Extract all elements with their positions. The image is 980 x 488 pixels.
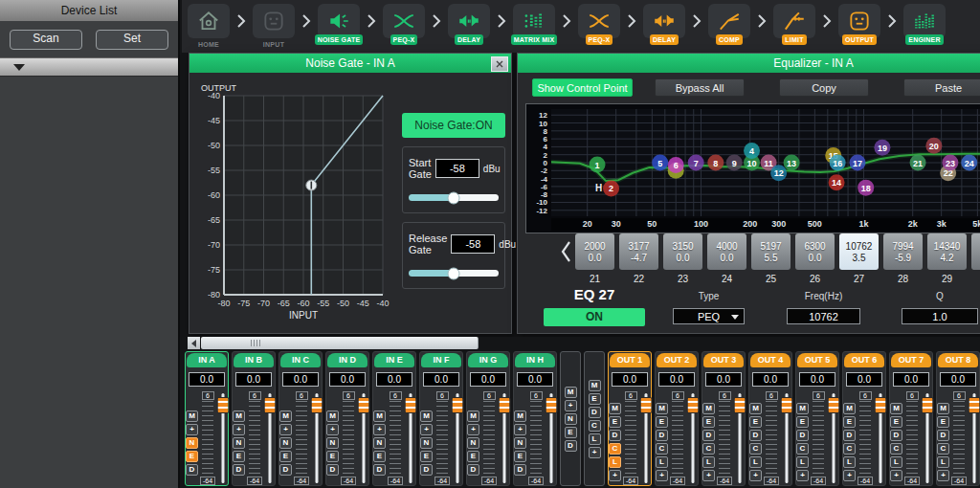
strip-button-e[interactable]: E (749, 416, 762, 428)
strip-button-d[interactable]: D (514, 464, 526, 476)
strip-button-m[interactable]: M (609, 403, 621, 414)
strip-button-m[interactable]: M (890, 403, 902, 414)
strip-button-l[interactable]: L (702, 456, 715, 468)
channel-strip-in-h[interactable]: IN H0.0M+NED6-64 (513, 351, 557, 486)
strip-button-m[interactable]: M (467, 410, 479, 422)
strip-button-c[interactable]: C (702, 443, 715, 455)
strip-button-n[interactable]: N (326, 437, 339, 449)
channel-gain-value[interactable]: 0.0 (470, 372, 506, 387)
strip-button-n[interactable]: N (233, 437, 245, 449)
strip-button-+[interactable]: + (749, 470, 762, 481)
fader-handle[interactable] (498, 397, 510, 413)
channel-strip-in-a[interactable]: IN A0.0M+NED6-64 (185, 351, 229, 486)
fader-handle[interactable] (968, 397, 980, 413)
channel-label[interactable]: IN A (187, 353, 227, 367)
channel-strip-in-g[interactable]: IN G0.0M+NED6-64 (466, 351, 510, 486)
strip-button-m[interactable]: M (589, 380, 601, 391)
strip-button-c[interactable]: C (609, 443, 621, 455)
strip-button-e[interactable]: E (609, 416, 621, 428)
strip-button-+[interactable]: + (609, 470, 621, 481)
strip-button-d[interactable]: D (467, 464, 479, 476)
fader-handle[interactable] (639, 397, 652, 413)
fader-handle[interactable] (451, 397, 463, 413)
eq-point-5[interactable]: 5 (652, 155, 668, 171)
channel-strip-out-7[interactable]: OUT 70.0MEDCL+6-64 (889, 351, 933, 486)
strip-button-e[interactable]: E (796, 416, 809, 428)
eq-point-18[interactable]: 18 (858, 180, 874, 196)
eq-point-20[interactable]: 20 (925, 138, 942, 154)
fader-handle[interactable] (263, 397, 276, 413)
strip-button-m[interactable]: M (420, 410, 433, 422)
channel-strip-out-4[interactable]: OUT 40.0MEDCL+6-64 (748, 351, 792, 486)
strip-button-+[interactable]: + (373, 424, 386, 435)
strip-button-m[interactable]: M (937, 403, 949, 414)
channel-gain-value[interactable]: 0.0 (329, 372, 366, 387)
eq-point-9[interactable]: 9 (726, 155, 743, 171)
toolbar-item-limit[interactable]: LIMIT (771, 4, 817, 45)
fader-handle[interactable] (733, 397, 746, 413)
strip-button-e[interactable]: E (937, 416, 949, 428)
strip-button-e[interactable]: E (843, 416, 856, 428)
eq-point-24[interactable]: 24 (961, 155, 977, 171)
channel-label[interactable]: IN H (515, 353, 555, 367)
eq-band-cell-24[interactable]: 40000.0 (707, 233, 746, 270)
fader-handle[interactable] (216, 397, 229, 413)
eq-band-cell-22[interactable]: 3177-4.7 (619, 233, 658, 270)
channel-gain-value[interactable]: 0.0 (705, 372, 742, 387)
channel-label[interactable]: IN D (327, 353, 368, 367)
paste-button[interactable]: Paste (903, 78, 980, 97)
eq-point-16[interactable]: 16 (830, 155, 846, 171)
strip-button-m[interactable]: M (279, 410, 292, 422)
gate-threshold-handle[interactable] (306, 180, 317, 190)
strip-button-n[interactable]: N (514, 437, 526, 449)
eq-point-1[interactable]: 1 (590, 157, 606, 173)
channel-label[interactable]: OUT 8 (938, 353, 978, 367)
freq-field[interactable]: 10762 (787, 308, 860, 324)
release-gate-value[interactable]: -58 (451, 234, 495, 254)
strip-button-c[interactable]: C (589, 420, 601, 432)
start-gate-slider-thumb[interactable] (448, 191, 460, 204)
strip-button-n[interactable]: N (279, 437, 292, 449)
channel-gain-value[interactable]: 0.0 (940, 372, 976, 387)
strip-button-e[interactable]: E (467, 451, 479, 462)
strip-button-l[interactable]: L (843, 456, 856, 468)
release-gate-slider-thumb[interactable] (448, 267, 460, 279)
strip-button-l[interactable]: L (890, 456, 902, 468)
strip-button-m[interactable]: M (186, 410, 198, 422)
toolbar-item-peq-x-input[interactable]: PEQ-X (381, 4, 427, 45)
fader-handle[interactable] (827, 397, 839, 413)
strip-button-e[interactable]: E (656, 416, 668, 428)
strip-button-l[interactable]: L (937, 456, 949, 468)
strip-button-e[interactable]: E (186, 451, 198, 462)
strip-button-c[interactable]: C (937, 443, 949, 455)
eq-point-23[interactable]: 23 (942, 155, 958, 171)
bus-strip[interactable]: M+NED (560, 351, 581, 486)
set-button[interactable]: Set (96, 30, 168, 50)
channel-gain-value[interactable]: 0.0 (658, 372, 695, 387)
toolbar-item-enginer[interactable]: ENGINER (902, 4, 947, 45)
strip-button-m[interactable]: M (233, 410, 245, 422)
strip-button-m[interactable]: M (749, 403, 762, 414)
strip-button-+[interactable]: + (186, 424, 198, 435)
strip-button-+[interactable]: + (233, 424, 245, 435)
strip-button-m[interactable]: M (514, 410, 526, 422)
scroll-left-button[interactable] (188, 337, 200, 349)
strip-button-e[interactable]: E (373, 451, 386, 462)
channel-strip-out-8[interactable]: OUT 80.0MEDCL+6-64 (936, 351, 980, 486)
eq-point-8[interactable]: 8 (707, 155, 724, 171)
eq-point-17[interactable]: 17 (849, 155, 865, 171)
strip-button-e[interactable]: E (326, 451, 339, 462)
release-gate-slider[interactable] (409, 270, 499, 277)
channel-gain-value[interactable]: 0.0 (517, 372, 553, 387)
channel-gain-value[interactable]: 0.0 (376, 372, 412, 387)
eq-band-cell-23[interactable]: 31500.0 (663, 233, 702, 270)
strip-button-e[interactable]: E (279, 451, 292, 462)
toolbar-item-peq-x-output[interactable]: PEQ-X (576, 4, 622, 45)
channel-strip-out-5[interactable]: OUT 50.0MEDCL+6-64 (795, 351, 839, 486)
channel-strip-in-d[interactable]: IN D0.0M+NED6-64 (325, 351, 369, 486)
noise-gate-power-button[interactable]: Noise Gate:ON (402, 113, 505, 138)
strip-button-n[interactable]: N (373, 437, 386, 449)
channel-label[interactable]: OUT 4 (750, 353, 791, 367)
toolbar-item-input[interactable]: INPUT (251, 4, 297, 48)
strip-button-d[interactable]: D (749, 430, 762, 441)
